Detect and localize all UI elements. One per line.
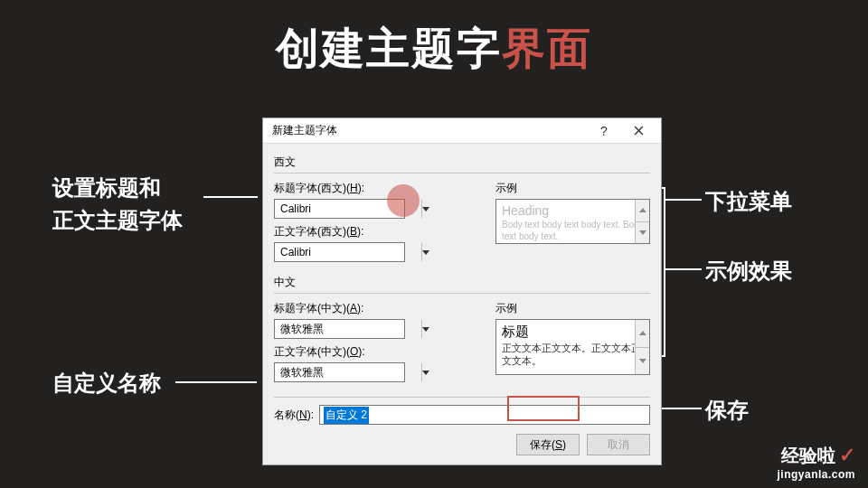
- label-name: 名称(N):: [274, 408, 314, 423]
- annotation-line: [665, 199, 702, 201]
- label-body-cjk: 正文字体(中文)(O):: [274, 344, 486, 360]
- label-body-latin: 正文字体(西文)(B):: [274, 224, 486, 239]
- annotation-line: [175, 381, 257, 383]
- label-heading-cjk: 标题字体(中文)(A):: [274, 301, 486, 316]
- dropdown-button[interactable]: [421, 320, 429, 338]
- combo-body-latin[interactable]: [274, 242, 405, 262]
- dropdown-button[interactable]: [421, 363, 429, 381]
- divider: [274, 293, 650, 294]
- cancel-button[interactable]: 取消: [587, 434, 650, 455]
- annotation-set-fonts: 设置标题和 正文主题字体: [52, 172, 183, 237]
- annotation-save: 保存: [705, 396, 749, 425]
- chevron-down-icon: [639, 230, 646, 235]
- dropdown-button[interactable]: [421, 200, 429, 218]
- slide-title: 创建主题字界面: [0, 0, 868, 78]
- combo-body-cjk[interactable]: [274, 362, 405, 382]
- dropdown-button[interactable]: [421, 243, 429, 261]
- chevron-down-icon: [639, 359, 646, 363]
- chevron-down-icon: [422, 207, 429, 211]
- watermark: 经验啦✓ jingyanla.com: [777, 444, 855, 481]
- chevron-down-icon: [422, 327, 429, 332]
- chevron-down-icon: [422, 371, 429, 375]
- divider: [274, 397, 650, 398]
- name-input[interactable]: 自定义 2: [319, 405, 650, 425]
- spin-buttons[interactable]: [635, 320, 649, 374]
- preview-cjk: 标题 正文文本正文文本。正文文本正文文本。: [495, 319, 650, 375]
- close-icon: [634, 126, 644, 136]
- close-button[interactable]: [621, 120, 656, 142]
- annotation-dropdown: 下拉菜单: [705, 187, 792, 216]
- check-icon: ✓: [839, 444, 855, 466]
- preview-latin: Heading Body text body text body text. B…: [495, 199, 650, 244]
- titlebar: 新建主题字体 ?: [263, 118, 661, 144]
- combo-input[interactable]: [275, 243, 421, 261]
- section-cjk-title: 中文: [274, 275, 650, 290]
- help-button[interactable]: ?: [587, 120, 621, 142]
- annotation-line: [664, 187, 665, 357]
- dialog-new-theme-fonts: 新建主题字体 ? 西文 标题字体(西文)(H): 正文字体(西文)(B):: [262, 117, 662, 465]
- chevron-down-icon: [422, 250, 429, 255]
- combo-input[interactable]: [275, 363, 421, 381]
- label-heading-latin: 标题字体(西文)(H):: [274, 181, 486, 196]
- annotation-line: [203, 196, 258, 198]
- divider: [274, 173, 650, 174]
- combo-input[interactable]: [275, 320, 421, 338]
- save-button[interactable]: 保存(S): [516, 434, 580, 455]
- annotation-preview: 示例效果: [705, 257, 792, 286]
- chevron-up-icon: [639, 331, 646, 335]
- combo-input[interactable]: [275, 200, 421, 218]
- dialog-title: 新建主题字体: [272, 123, 587, 138]
- chevron-up-icon: [639, 208, 646, 212]
- combo-heading-latin[interactable]: [274, 199, 405, 219]
- combo-heading-cjk[interactable]: [274, 319, 405, 339]
- label-sample: 示例: [495, 181, 650, 196]
- annotation-line: [665, 268, 702, 270]
- spin-buttons[interactable]: [635, 200, 649, 243]
- annotation-custom-name: 自定义名称: [52, 369, 161, 398]
- section-latin-title: 西文: [274, 155, 650, 170]
- label-sample: 示例: [495, 301, 650, 316]
